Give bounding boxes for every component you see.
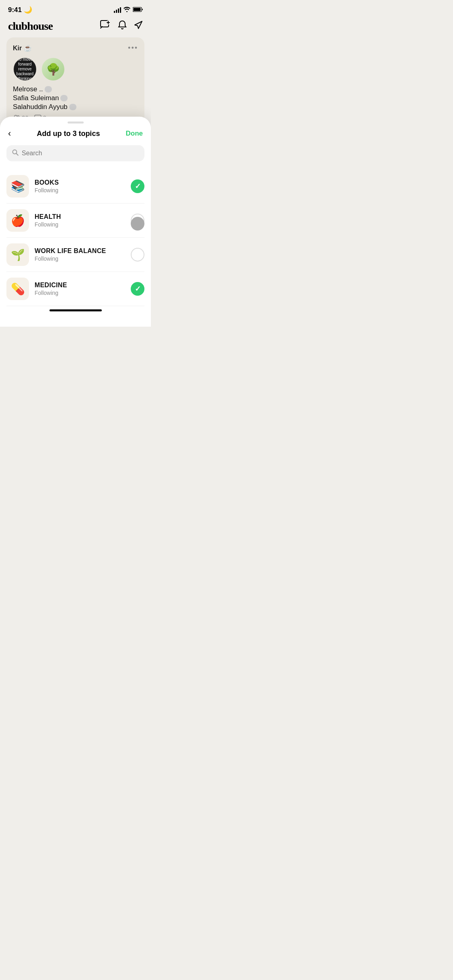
topic-health-name: HEALTH bbox=[35, 213, 125, 220]
card-header: Kir ☕ ••• bbox=[13, 44, 138, 52]
avatar-2: 🌳 bbox=[41, 57, 65, 81]
topic-medicine-sub: Following bbox=[35, 290, 125, 296]
app-header: clubhouse bbox=[0, 16, 151, 37]
header-icons bbox=[100, 20, 143, 32]
speaker-3: Salahuddin Ayyub bbox=[13, 103, 138, 111]
topic-health-check-container bbox=[131, 214, 144, 227]
home-indicator bbox=[0, 306, 151, 313]
topic-medicine-check[interactable] bbox=[131, 282, 144, 296]
bell-icon[interactable] bbox=[118, 20, 127, 32]
speakers-list: Melrose .. Safia Suleiman Salahuddin Ayy… bbox=[13, 85, 138, 111]
home-indicator-bar bbox=[49, 309, 102, 311]
avatars-container: To move forward remove backward thinking… bbox=[13, 57, 138, 81]
sheet-title: Add up to 3 topics bbox=[37, 130, 100, 138]
topic-books-check[interactable] bbox=[131, 179, 144, 193]
signal-icon bbox=[114, 7, 121, 13]
topic-books[interactable]: 📚 BOOKS Following bbox=[6, 169, 144, 204]
done-button[interactable]: Done bbox=[126, 130, 143, 138]
topic-health-icon: 🍎 bbox=[6, 209, 29, 232]
status-time: 9:41 🌙 bbox=[8, 6, 32, 14]
topic-books-icon: 📚 bbox=[6, 175, 29, 198]
card-host-name: Kir ☕ bbox=[13, 44, 32, 52]
message-plus-icon[interactable] bbox=[100, 20, 111, 32]
topic-medicine[interactable]: 💊 MEDICINE Following bbox=[6, 272, 144, 306]
svg-line-10 bbox=[16, 154, 19, 156]
topic-books-sub: Following bbox=[35, 187, 125, 194]
back-button[interactable]: ‹ bbox=[8, 128, 11, 139]
topic-worklife-check[interactable] bbox=[131, 248, 144, 261]
topic-worklife-icon: 🌱 bbox=[6, 243, 29, 266]
speaker-2: Safia Suleiman bbox=[13, 94, 138, 102]
topic-worklife-sub: Following bbox=[35, 255, 125, 262]
sheet-header: ‹ Add up to 3 topics Done bbox=[0, 126, 151, 145]
card-title-row: Kir ☕ bbox=[13, 44, 32, 52]
more-options-icon[interactable]: ••• bbox=[128, 44, 138, 52]
topic-worklife[interactable]: 🌱 WORK LIFE BALANCE Following bbox=[6, 238, 144, 272]
topic-list: 📚 BOOKS Following 🍎 HEALTH Following 🌱 bbox=[0, 169, 151, 306]
chat-indicator-1 bbox=[45, 86, 52, 93]
gray-dot-indicator bbox=[131, 217, 144, 231]
topic-books-info: BOOKS Following bbox=[35, 179, 125, 194]
sheet-handle-row bbox=[0, 117, 151, 126]
search-bar[interactable] bbox=[6, 145, 144, 161]
bottom-sheet: ‹ Add up to 3 topics Done 📚 BOOKS Follow… bbox=[0, 117, 151, 327]
topic-health[interactable]: 🍎 HEALTH Following bbox=[6, 204, 144, 238]
topic-medicine-name: MEDICINE bbox=[35, 282, 125, 289]
speaker-1: Melrose .. bbox=[13, 85, 138, 93]
active-room-card[interactable]: Kir ☕ ••• To move forward remove backwar… bbox=[6, 37, 144, 128]
topic-medicine-info: MEDICINE Following bbox=[35, 282, 125, 296]
topic-worklife-info: WORK LIFE BALANCE Following bbox=[35, 247, 125, 262]
chat-indicator-2 bbox=[60, 95, 68, 101]
battery-icon bbox=[133, 7, 143, 13]
search-input[interactable] bbox=[22, 150, 139, 157]
avatar-1: To move forward remove backward thinking bbox=[13, 57, 37, 81]
topic-medicine-icon: 💊 bbox=[6, 278, 29, 300]
app-logo: clubhouse bbox=[8, 20, 53, 33]
moon-icon: 🌙 bbox=[24, 6, 32, 14]
search-icon bbox=[12, 149, 19, 157]
sheet-handle bbox=[68, 121, 84, 124]
send-icon[interactable] bbox=[134, 21, 143, 32]
status-icons bbox=[114, 7, 143, 13]
svg-rect-1 bbox=[134, 8, 141, 11]
status-bar: 9:41 🌙 bbox=[0, 0, 151, 16]
topic-worklife-name: WORK LIFE BALANCE bbox=[35, 247, 125, 255]
wifi-icon bbox=[124, 7, 130, 13]
topic-health-info: HEALTH Following bbox=[35, 213, 125, 228]
chat-indicator-3 bbox=[69, 104, 76, 110]
topic-health-sub: Following bbox=[35, 221, 125, 228]
topic-books-name: BOOKS bbox=[35, 179, 125, 186]
